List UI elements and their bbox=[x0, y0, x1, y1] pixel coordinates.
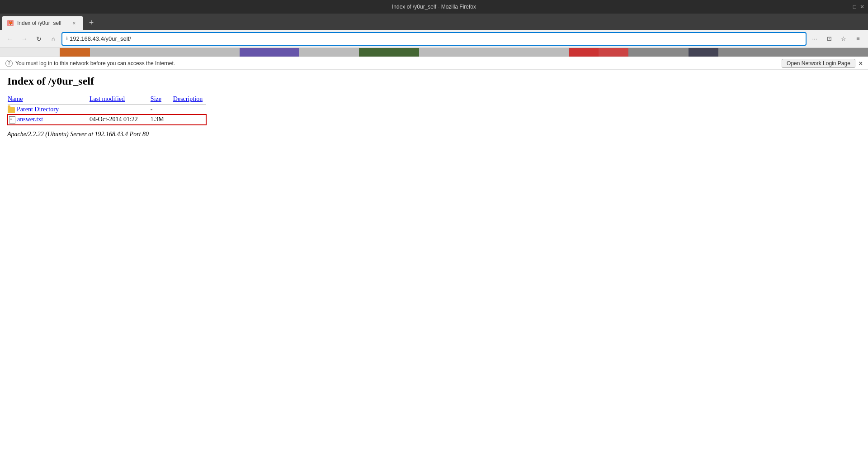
titlebar: Index of /y0ur_self - Mozilla Firefox ─ … bbox=[0, 0, 868, 14]
folder-icon bbox=[8, 107, 15, 113]
col-name-link[interactable]: Name bbox=[8, 95, 23, 102]
pocket-button[interactable]: ⊡ bbox=[823, 33, 835, 45]
maximize-icon[interactable]: □ bbox=[853, 4, 856, 10]
parent-dir-size-cell: - bbox=[142, 105, 168, 115]
tab-label: Index of /y0ur_self bbox=[17, 20, 67, 26]
bookmark-bar bbox=[0, 48, 868, 57]
close-icon[interactable]: ✕ bbox=[860, 4, 864, 10]
col-modified-header: Last modified bbox=[62, 95, 142, 105]
col-size-link[interactable]: Size bbox=[151, 95, 161, 102]
bookmark-seg-15 bbox=[778, 48, 868, 57]
bookmark-seg-7 bbox=[359, 48, 419, 57]
col-name-header: Name bbox=[8, 95, 62, 105]
network-login-bar: ? You must log in to this network before… bbox=[0, 57, 868, 70]
table-row: answer.txt 04-Oct-2014 01:22 1.3M bbox=[8, 114, 206, 125]
file-modified-cell: 04-Oct-2014 01:22 bbox=[62, 114, 142, 125]
tabbar: 🦊 Index of /y0ur_self × + bbox=[0, 14, 868, 30]
network-message-text: You must log in to this network before y… bbox=[15, 60, 175, 67]
bookmark-seg-12 bbox=[628, 48, 688, 57]
new-tab-button[interactable]: + bbox=[85, 16, 98, 29]
col-size-header: Size bbox=[142, 95, 168, 105]
bookmark-seg-14 bbox=[718, 48, 778, 57]
menu-button[interactable]: ≡ bbox=[852, 33, 864, 45]
browser-tab[interactable]: 🦊 Index of /y0ur_self × bbox=[2, 16, 83, 30]
file-link[interactable]: answer.txt bbox=[17, 116, 43, 123]
bookmark-seg-5 bbox=[240, 48, 299, 57]
tab-close-button[interactable]: × bbox=[71, 19, 78, 27]
bookmark-seg-6 bbox=[299, 48, 359, 57]
more-button[interactable]: ··· bbox=[808, 33, 821, 45]
minimize-icon[interactable]: ─ bbox=[845, 4, 849, 10]
col-desc-header: Description bbox=[168, 95, 206, 105]
bookmark-seg-11 bbox=[599, 48, 628, 57]
parent-dir-desc-cell bbox=[168, 105, 206, 115]
tab-favicon: 🦊 bbox=[7, 20, 14, 26]
bookmark-seg-3 bbox=[90, 48, 150, 57]
network-bar-message: ? You must log in to this network before… bbox=[5, 60, 175, 67]
table-row: Parent Directory - bbox=[8, 105, 206, 115]
window-controls: ─ □ ✕ bbox=[845, 4, 864, 10]
home-button[interactable]: ⌂ bbox=[47, 33, 60, 45]
bookmark-seg-4 bbox=[150, 48, 240, 57]
file-icon bbox=[9, 116, 15, 124]
server-footer: Apache/2.2.22 (Ubuntu) Server at 192.168… bbox=[7, 131, 861, 138]
page-content: Index of /y0ur_self Name Last modified S… bbox=[0, 70, 868, 143]
col-desc-link[interactable]: Description bbox=[173, 95, 203, 102]
bookmark-seg-9 bbox=[509, 48, 568, 57]
network-info-icon: ? bbox=[5, 60, 13, 67]
close-network-bar-button[interactable]: × bbox=[859, 60, 863, 67]
col-modified-link[interactable]: Last modified bbox=[90, 95, 125, 102]
browser-toolbar: ← → ↻ ⌂ ℹ ··· ⊡ ☆ ≡ bbox=[0, 30, 868, 48]
reload-button[interactable]: ↻ bbox=[33, 33, 45, 45]
file-name-cell: answer.txt bbox=[8, 114, 62, 125]
bookmark-seg-2 bbox=[60, 48, 90, 57]
parent-dir-link[interactable]: Parent Directory bbox=[17, 106, 59, 113]
bookmark-seg-8 bbox=[419, 48, 509, 57]
window-title: Index of /y0ur_self - Mozilla Firefox bbox=[392, 4, 476, 10]
bookmark-button[interactable]: ☆ bbox=[837, 33, 850, 45]
back-button[interactable]: ← bbox=[4, 33, 16, 45]
security-icon: ℹ bbox=[66, 36, 68, 42]
bookmark-seg-1 bbox=[0, 48, 60, 57]
open-login-button[interactable]: Open Network Login Page bbox=[782, 59, 855, 68]
forward-button[interactable]: → bbox=[18, 33, 31, 45]
bookmark-seg-13 bbox=[689, 48, 718, 57]
network-bar-actions: Open Network Login Page × bbox=[782, 59, 863, 68]
parent-dir-name-cell: Parent Directory bbox=[8, 105, 62, 115]
address-bar-container: ℹ bbox=[61, 32, 807, 46]
parent-dir-modified-cell bbox=[62, 105, 142, 115]
file-desc-cell bbox=[168, 114, 206, 125]
file-listing-table: Name Last modified Size Description Pare… bbox=[7, 95, 207, 125]
file-size-cell: 1.3M bbox=[142, 114, 168, 125]
page-title: Index of /y0ur_self bbox=[7, 75, 861, 87]
bookmark-seg-10 bbox=[569, 48, 599, 57]
table-header-row: Name Last modified Size Description bbox=[8, 95, 206, 105]
address-input[interactable] bbox=[70, 35, 802, 42]
